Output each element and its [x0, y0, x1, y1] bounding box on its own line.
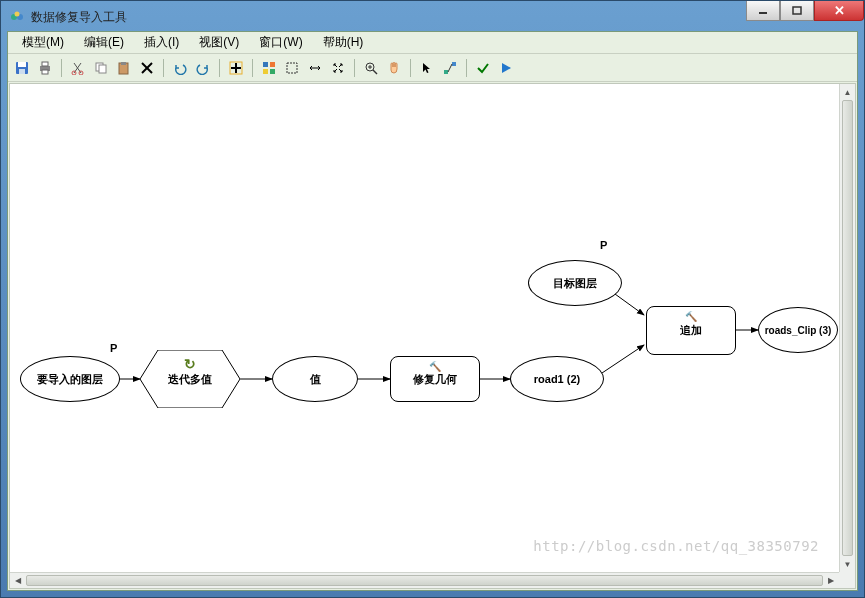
- menu-edit[interactable]: 编辑(E): [74, 32, 134, 53]
- svg-rect-9: [42, 62, 48, 66]
- toolbar-separator: [163, 59, 164, 77]
- connect-icon[interactable]: [440, 58, 460, 78]
- toolbar-separator: [466, 59, 467, 77]
- close-button[interactable]: ✕: [814, 1, 864, 21]
- node-repair-geometry[interactable]: 🔨 修复几何: [390, 356, 480, 402]
- client-area: 模型(M) 编辑(E) 插入(I) 视图(V) 窗口(W) 帮助(H): [7, 31, 858, 591]
- scroll-left-icon[interactable]: ◀: [10, 573, 26, 588]
- canvas-container: P 要导入的图层 ↻ 迭代多值 值 🔨 修复几何 road1 (2: [9, 83, 856, 589]
- expand-all-icon[interactable]: [328, 58, 348, 78]
- node-label: 迭代多值: [168, 372, 212, 387]
- undo-icon[interactable]: [170, 58, 190, 78]
- cut-icon[interactable]: [68, 58, 88, 78]
- titlebar: 数据修复导入工具 ✕: [7, 7, 858, 31]
- grid-icon[interactable]: [259, 58, 279, 78]
- select-rect-icon[interactable]: [282, 58, 302, 78]
- toolbar-separator: [252, 59, 253, 77]
- node-label: 要导入的图层: [37, 372, 103, 387]
- toolbar-separator: [61, 59, 62, 77]
- svg-point-2: [15, 12, 20, 17]
- node-output[interactable]: roads_Clip (3): [758, 307, 838, 353]
- window-controls: ✕: [746, 1, 864, 21]
- scroll-thumb[interactable]: [842, 100, 853, 556]
- node-append[interactable]: 🔨 追加: [646, 306, 736, 355]
- copy-icon[interactable]: [91, 58, 111, 78]
- expand-h-icon[interactable]: [305, 58, 325, 78]
- scroll-down-icon[interactable]: ▼: [840, 556, 855, 572]
- node-label: 值: [310, 372, 321, 387]
- node-value[interactable]: 值: [272, 356, 358, 402]
- scroll-corner: [839, 572, 855, 588]
- minimize-button[interactable]: [746, 1, 780, 21]
- toolbar-separator: [219, 59, 220, 77]
- add-icon[interactable]: [226, 58, 246, 78]
- node-label: roads_Clip (3): [765, 325, 832, 336]
- svg-line-30: [373, 70, 377, 74]
- toolbar: [8, 54, 857, 82]
- parameter-label: P: [600, 239, 607, 251]
- svg-rect-34: [452, 62, 456, 66]
- menu-view[interactable]: 视图(V): [189, 32, 249, 53]
- svg-rect-28: [287, 63, 297, 73]
- watermark: http://blog.csdn.net/qq_38350792: [533, 538, 819, 554]
- pointer-icon[interactable]: [417, 58, 437, 78]
- menubar: 模型(M) 编辑(E) 插入(I) 视图(V) 窗口(W) 帮助(H): [8, 32, 857, 54]
- hammer-icon: 🔨: [429, 361, 441, 372]
- paste-icon[interactable]: [114, 58, 134, 78]
- toolbar-separator: [410, 59, 411, 77]
- node-label: 目标图层: [553, 276, 597, 291]
- horizontal-scrollbar[interactable]: ◀ ▶: [10, 572, 839, 588]
- redo-icon[interactable]: [193, 58, 213, 78]
- node-label: 修复几何: [413, 372, 457, 387]
- connector: [602, 345, 644, 373]
- vertical-scrollbar[interactable]: ▲ ▼: [839, 84, 855, 572]
- print-icon[interactable]: [35, 58, 55, 78]
- node-iterate[interactable]: ↻ 迭代多值: [140, 350, 240, 408]
- node-input-layer[interactable]: 要导入的图层: [20, 356, 120, 402]
- svg-line-35: [448, 64, 452, 72]
- node-road1[interactable]: road1 (2): [510, 356, 604, 402]
- svg-rect-24: [263, 62, 268, 67]
- svg-rect-4: [793, 7, 801, 14]
- pan-icon[interactable]: [384, 58, 404, 78]
- svg-rect-16: [99, 65, 106, 73]
- svg-rect-33: [444, 70, 448, 74]
- svg-rect-25: [270, 62, 275, 67]
- app-window: 数据修复导入工具 ✕ 模型(M) 编辑(E) 插入(I) 视图(V) 窗口(W)…: [0, 0, 865, 598]
- delete-icon[interactable]: [137, 58, 157, 78]
- save-icon[interactable]: [12, 58, 32, 78]
- svg-rect-26: [263, 69, 268, 74]
- menu-model[interactable]: 模型(M): [12, 32, 74, 53]
- menu-help[interactable]: 帮助(H): [313, 32, 374, 53]
- model-canvas[interactable]: P 要导入的图层 ↻ 迭代多值 值 🔨 修复几何 road1 (2: [10, 84, 839, 572]
- svg-rect-10: [42, 70, 48, 74]
- zoom-in-icon[interactable]: [361, 58, 381, 78]
- parameter-label: P: [110, 342, 117, 354]
- svg-rect-7: [19, 69, 25, 74]
- node-label: 追加: [680, 323, 702, 338]
- loop-icon: ↻: [184, 356, 196, 372]
- validate-icon[interactable]: [473, 58, 493, 78]
- scroll-right-icon[interactable]: ▶: [823, 573, 839, 588]
- connector: [615, 294, 644, 315]
- hammer-icon: 🔨: [685, 311, 697, 322]
- menu-insert[interactable]: 插入(I): [134, 32, 189, 53]
- toolbar-separator: [354, 59, 355, 77]
- run-icon[interactable]: [496, 58, 516, 78]
- svg-rect-6: [18, 62, 26, 67]
- menu-window[interactable]: 窗口(W): [249, 32, 312, 53]
- svg-rect-27: [270, 69, 275, 74]
- scroll-up-icon[interactable]: ▲: [840, 84, 855, 100]
- maximize-button[interactable]: [780, 1, 814, 21]
- node-target-layer[interactable]: 目标图层: [528, 260, 622, 306]
- window-title: 数据修复导入工具: [31, 9, 856, 26]
- scroll-thumb[interactable]: [26, 575, 823, 586]
- node-label: road1 (2): [534, 373, 580, 385]
- svg-rect-18: [121, 62, 126, 65]
- app-icon: [9, 9, 25, 25]
